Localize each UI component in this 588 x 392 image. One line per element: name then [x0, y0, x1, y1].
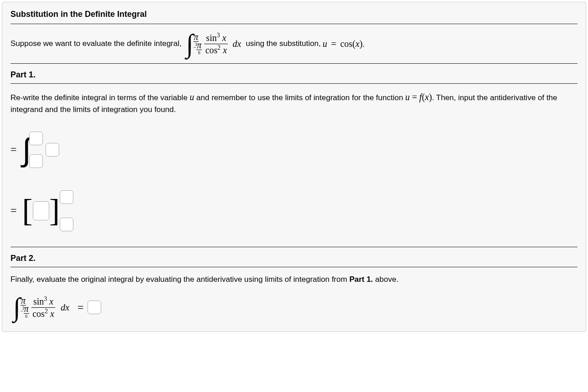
problem-panel: Substitution in the Definite Integral Su… [2, 2, 586, 332]
eval-lower-input[interactable] [60, 218, 73, 231]
integral-icon: ∫ [186, 31, 193, 57]
integrand-input[interactable] [46, 143, 59, 157]
u-integral: ∫ [22, 132, 43, 168]
divider [10, 267, 578, 267]
dx: dx [232, 39, 241, 49]
antiderivative-input[interactable] [33, 201, 49, 220]
part1-body: Re-write the definite integral in terms … [10, 90, 578, 116]
part2-heading: Part 2. [10, 254, 578, 263]
lower-limit: −π6 [21, 304, 29, 319]
divider [10, 63, 578, 64]
rewritten-integral-row: = ∫ [10, 125, 578, 175]
panel-title: Substitution in the Definite Integral [10, 10, 578, 19]
display-integral: ∫ π3 −π6 sin3 x cos2 x dx [186, 31, 241, 57]
intro-tail-a: using the substitution, [246, 39, 320, 48]
part2-body: Finally, evaluate the original integral … [10, 274, 578, 285]
eval-upper-input[interactable] [60, 190, 73, 204]
equals-sign: = [10, 204, 17, 217]
lower-limit-input[interactable] [29, 154, 43, 168]
intro-line: Suppose we want to evaluate the definite… [10, 31, 578, 57]
left-bracket-icon: [ [22, 198, 33, 224]
divider [10, 83, 578, 84]
integral-icon: ∫ [13, 294, 21, 321]
dx: dx [61, 302, 69, 313]
intro-lead: Suppose we want to evaluate the definite… [10, 39, 181, 48]
final-answer-input[interactable] [88, 300, 101, 314]
original-integral: ∫ π3 −π6 sin3 x cos2 x dx [13, 294, 69, 321]
integrand-fraction: sin3 x cos2 x [31, 296, 55, 319]
lower-limit: −π6 [193, 41, 202, 55]
part1-heading: Part 1. [10, 70, 578, 80]
divider [10, 24, 578, 24]
equals-sign: = [77, 301, 84, 314]
right-bracket-icon: ] [49, 198, 60, 224]
upper-limit-input[interactable] [29, 132, 43, 145]
equals-sign: = [10, 143, 17, 156]
antiderivative-row: = [ ] [10, 186, 578, 236]
integrand-fraction: sin3 x cos2 x [204, 33, 228, 55]
part2-equation: ∫ π3 −π6 sin3 x cos2 x dx = [10, 294, 578, 321]
divider [10, 247, 578, 247]
